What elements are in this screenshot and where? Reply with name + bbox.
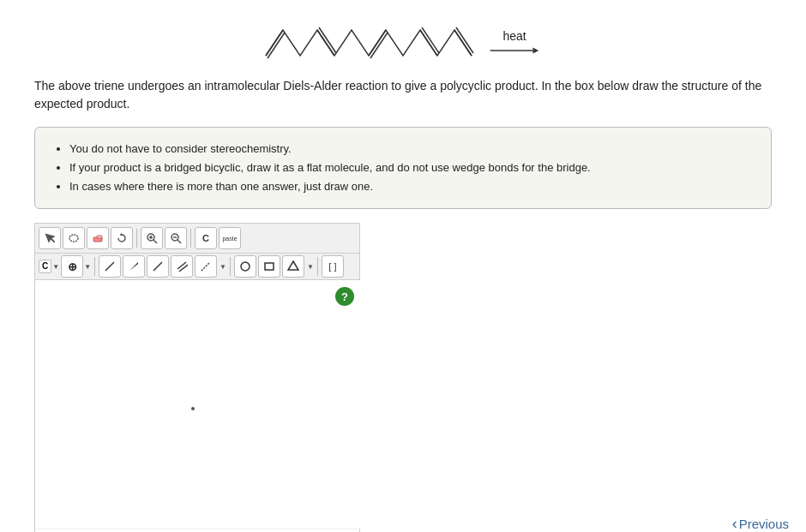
svg-line-26 (177, 262, 186, 269)
zoom-in-btn[interactable] (141, 227, 163, 249)
shape-dd-arrow: ▼ (307, 263, 314, 271)
nav-area: ‹ Previous (732, 515, 789, 532)
svg-line-17 (153, 240, 157, 243)
zoom-out-btn[interactable] (165, 227, 187, 249)
toolbar-bottom: C ▼ ⊕ ▼ ▼ (35, 254, 359, 280)
previous-button[interactable]: ‹ Previous (732, 515, 789, 532)
pointer-tool-btn[interactable] (39, 227, 61, 249)
bond-single2-btn[interactable] (147, 255, 169, 278)
reaction-arrow-area: heat (489, 29, 540, 57)
svg-line-25 (153, 262, 162, 271)
svg-marker-24 (129, 262, 138, 271)
carbon-dropdown[interactable]: C ▼ (39, 260, 59, 273)
svg-line-6 (420, 30, 437, 56)
carbon-dd-arrow: ▼ (52, 263, 59, 271)
separator-1 (136, 229, 137, 248)
svg-line-7 (422, 27, 439, 53)
svg-line-9 (456, 27, 473, 53)
hint-item-2: If your product is a bridged bicyclic, d… (69, 158, 754, 177)
svg-line-1 (268, 33, 285, 58)
hints-list: You do not have to consider stereochemis… (52, 140, 754, 196)
svg-line-3 (319, 27, 336, 53)
chemdoodle-watermark: ChemDoodle® (35, 529, 359, 532)
svg-rect-14 (97, 236, 102, 238)
svg-point-29 (241, 262, 250, 271)
svg-rect-30 (265, 263, 274, 270)
reaction-area: heat (0, 0, 806, 77)
svg-line-23 (105, 262, 114, 271)
bond-more-dropdown[interactable]: ▼ (219, 263, 226, 271)
toolbar-top: C paste (35, 224, 359, 254)
svg-line-27 (179, 265, 188, 272)
svg-line-2 (317, 30, 334, 56)
separator-4 (230, 257, 231, 276)
paste-btn[interactable]: paste (219, 227, 241, 249)
polygon-btn[interactable] (282, 255, 304, 278)
hints-box: You do not have to consider stereochemis… (34, 127, 772, 209)
svg-marker-31 (288, 261, 298, 270)
svg-line-28 (202, 262, 210, 271)
canvas-dot (191, 407, 195, 410)
separator-3 (94, 257, 95, 276)
add-btn[interactable]: ⊕ (61, 255, 83, 278)
description-text: The above triene undergoes an intramolec… (34, 77, 772, 113)
bond-double-btn[interactable] (171, 255, 193, 278)
add-dd-arrow: ▼ (84, 263, 91, 271)
help-icon-label: ? (341, 290, 348, 303)
svg-line-5 (370, 33, 388, 58)
paste-label: paste (222, 236, 237, 242)
drawing-canvas[interactable]: ? (35, 280, 361, 529)
carbon-btn[interactable]: C (195, 227, 217, 249)
heat-label: heat (502, 29, 526, 43)
bond-single-btn[interactable] (99, 255, 121, 278)
rect-btn[interactable] (258, 255, 280, 278)
bond-more-dd-arrow: ▼ (220, 263, 226, 271)
lasso-tool-btn[interactable] (63, 227, 85, 249)
separator-5 (317, 257, 318, 276)
svg-point-12 (69, 235, 78, 242)
svg-marker-11 (532, 48, 538, 54)
description: The above triene undergoes an intramolec… (0, 77, 806, 113)
svg-line-4 (369, 30, 386, 56)
chevron-left-icon: ‹ (732, 515, 737, 532)
triene-structure (257, 17, 480, 69)
svg-line-21 (177, 240, 181, 243)
carbon-element-btn[interactable]: C (39, 260, 51, 273)
svg-line-8 (454, 30, 472, 56)
separator-2 (190, 229, 191, 248)
help-icon-btn[interactable]: ? (335, 287, 354, 306)
eraser-tool-btn[interactable] (87, 227, 109, 249)
previous-label: Previous (739, 517, 789, 531)
svg-line-0 (266, 30, 283, 56)
rotate-tool-btn[interactable] (111, 227, 133, 249)
circle-btn[interactable] (234, 255, 256, 278)
hint-item-1: You do not have to consider stereochemis… (69, 140, 754, 158)
chemdoodle-wrapper: C paste C ▼ ⊕ ▼ (34, 223, 360, 532)
bond-wedge-btn[interactable] (123, 255, 145, 278)
reaction-arrow (489, 45, 540, 57)
bracket-btn[interactable]: [ ] (322, 255, 344, 278)
shape-dropdown[interactable]: ▼ (306, 263, 314, 271)
bond-dashed-btn[interactable] (195, 255, 217, 278)
add-dropdown[interactable]: ⊕ ▼ (61, 255, 91, 278)
hint-item-3: In cases where there is more than one an… (69, 177, 754, 196)
